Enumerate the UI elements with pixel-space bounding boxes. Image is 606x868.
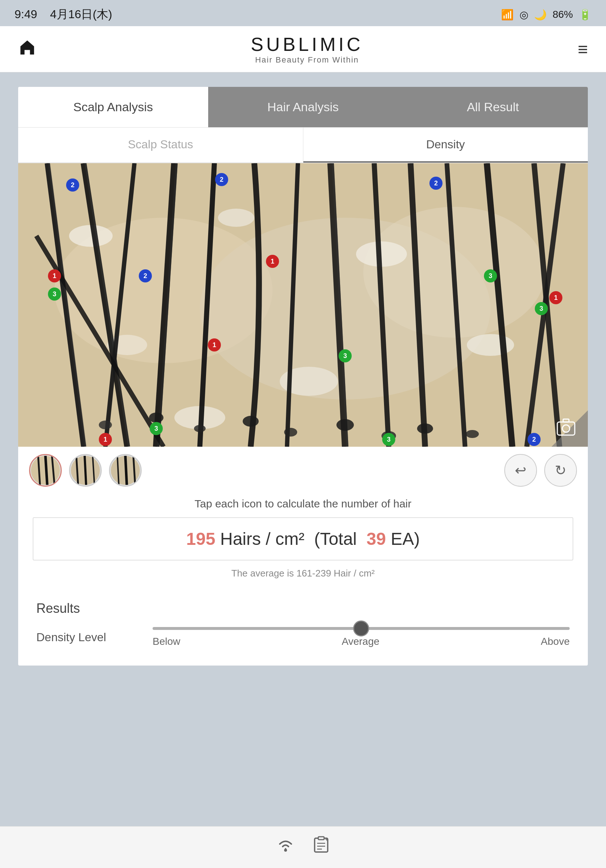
results-section: Results Density Level Below Average Abov… xyxy=(18,590,588,665)
hair-count-display: 195 Hairs / cm² (Total 39 EA) xyxy=(44,529,562,549)
svg-point-34 xyxy=(336,419,354,431)
bottom-bar: + xyxy=(0,826,606,868)
svg-line-80 xyxy=(85,456,86,485)
svg-text:2: 2 xyxy=(71,181,74,189)
app-logo: SUBLIMIC Hair Beauty From Within xyxy=(251,33,363,65)
location-icon: ◎ xyxy=(519,9,528,21)
wifi-bottom-icon xyxy=(277,836,295,856)
undo-button[interactable]: ↩ xyxy=(504,454,537,487)
home-button[interactable] xyxy=(18,38,36,60)
svg-point-9 xyxy=(467,334,514,356)
hair-count-box: 195 Hairs / cm² (Total 39 EA) xyxy=(33,517,573,561)
moon-icon: 🌙 xyxy=(534,9,547,21)
logo-title: SUBLIMIC xyxy=(251,33,363,55)
results-title: Results xyxy=(36,601,570,616)
hair-count-unit: Hairs / cm² xyxy=(220,529,305,549)
svg-text:3: 3 xyxy=(489,272,492,279)
thumbnail-row: ↩ ↻ xyxy=(18,447,588,494)
wifi-icon: 📶 xyxy=(501,9,514,21)
main-content: Scalp Analysis Hair Analysis All Result … xyxy=(18,87,588,665)
svg-point-37 xyxy=(466,430,479,438)
svg-point-33 xyxy=(284,428,297,437)
slider-label-above: Above xyxy=(541,636,570,647)
svg-text:1: 1 xyxy=(213,341,216,349)
microscope-image: 2 2 2 2 2 1 1 1 1 1 3 3 xyxy=(18,163,588,447)
svg-text:3: 3 xyxy=(343,352,347,360)
hair-count-avg: The average is 161-239 Hair / cm² xyxy=(18,568,588,579)
svg-text:2: 2 xyxy=(144,272,147,279)
status-time: 9:49 xyxy=(14,8,37,21)
battery-percent: 86% xyxy=(553,9,573,20)
svg-text:1: 1 xyxy=(53,272,56,279)
slider-label-below: Below xyxy=(153,636,180,647)
density-slider[interactable]: Below Average Above xyxy=(153,627,570,647)
menu-button[interactable]: ≡ xyxy=(578,39,588,59)
thumbnail-2[interactable] xyxy=(69,454,102,487)
status-date: 4月16日(木) xyxy=(50,8,112,21)
hair-count-number: 195 xyxy=(186,529,215,549)
svg-rect-88 xyxy=(318,837,324,840)
density-level-label: Density Level xyxy=(36,631,138,644)
svg-text:+: + xyxy=(325,836,328,842)
svg-point-30 xyxy=(149,412,164,423)
svg-text:3: 3 xyxy=(387,436,391,443)
svg-text:2: 2 xyxy=(434,180,438,187)
slider-labels: Below Average Above xyxy=(153,636,570,647)
status-bar: 9:49 4月16日(木) 📶 ◎ 🌙 86% 🔋 xyxy=(0,0,606,26)
tab-all-result[interactable]: All Result xyxy=(398,87,588,127)
svg-point-29 xyxy=(99,420,112,429)
density-row: Density Level Below Average Above xyxy=(36,627,570,647)
svg-point-5 xyxy=(218,209,254,227)
app-header: SUBLIMIC Hair Beauty From Within ≡ xyxy=(0,26,606,72)
slider-label-average: Average xyxy=(342,636,380,647)
svg-text:1: 1 xyxy=(271,258,274,265)
svg-point-86 xyxy=(284,849,287,852)
sub-tab-density[interactable]: Density xyxy=(303,127,588,163)
thumbnail-1[interactable] xyxy=(29,454,62,487)
total-unit: EA) xyxy=(391,529,420,549)
thumbnail-3[interactable] xyxy=(109,454,142,487)
slider-thumb xyxy=(353,620,369,637)
svg-line-84 xyxy=(125,456,127,485)
battery-icon: 🔋 xyxy=(579,9,592,21)
status-icons: 📶 ◎ 🌙 86% 🔋 xyxy=(501,9,592,21)
clipboard-bottom-icon: + xyxy=(313,835,329,857)
status-time-date: 9:49 4月16日(木) xyxy=(14,6,112,23)
slider-track xyxy=(153,627,570,630)
svg-point-32 xyxy=(243,416,259,427)
sub-tab-bar: Scalp Status Density xyxy=(18,127,588,163)
svg-text:1: 1 xyxy=(554,294,558,301)
tab-hair-analysis[interactable]: Hair Analysis xyxy=(208,87,398,127)
tab-scalp-analysis[interactable]: Scalp Analysis xyxy=(18,87,208,127)
redo-button[interactable]: ↻ xyxy=(544,454,577,487)
hair-image-svg: 2 2 2 2 2 1 1 1 1 1 3 3 xyxy=(18,163,588,447)
tab-bar: Scalp Analysis Hair Analysis All Result xyxy=(18,87,588,127)
svg-text:3: 3 xyxy=(155,425,158,432)
thumbnail-list xyxy=(29,454,142,487)
svg-line-76 xyxy=(45,456,47,485)
svg-text:2: 2 xyxy=(532,436,536,443)
sub-tab-scalp-status[interactable]: Scalp Status xyxy=(18,127,303,163)
logo-subtitle: Hair Beauty From Within xyxy=(251,55,363,65)
svg-text:3: 3 xyxy=(53,290,56,298)
svg-point-36 xyxy=(417,423,433,434)
total-number: 39 xyxy=(366,529,386,549)
nav-buttons: ↩ ↻ xyxy=(504,454,577,487)
svg-point-31 xyxy=(194,425,206,432)
total-label: (Total xyxy=(309,529,362,549)
svg-text:2: 2 xyxy=(220,176,223,183)
tap-instruction: Tap each icon to calculate the number of… xyxy=(18,498,588,510)
svg-text:1: 1 xyxy=(104,436,107,443)
svg-text:3: 3 xyxy=(540,305,543,312)
